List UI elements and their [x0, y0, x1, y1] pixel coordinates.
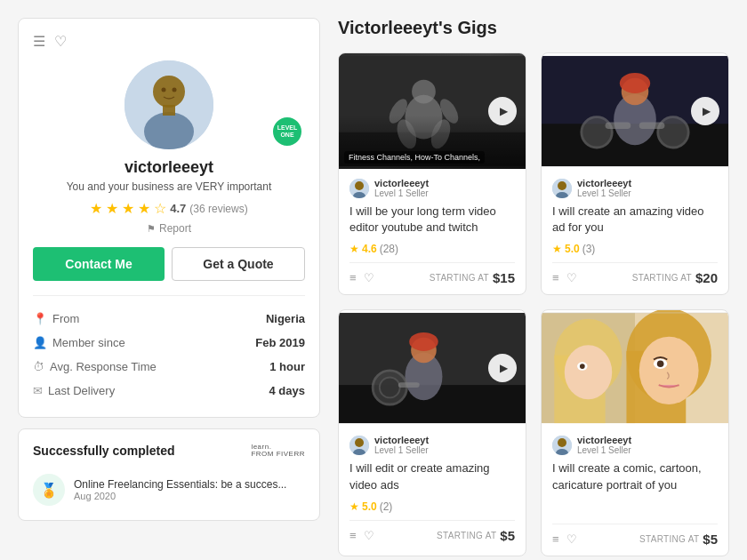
- heart-icon[interactable]: ♡: [54, 33, 67, 50]
- delivery-label: ✉ Last Delivery: [33, 384, 115, 397]
- gig-star-3: ★: [349, 500, 359, 513]
- gig-rating-count-2: (3): [582, 243, 596, 255]
- seller-info-3: victorleeeyt Level 1 Seller: [374, 435, 429, 455]
- starting-at-price-2: $20: [695, 270, 718, 285]
- profile-username: victorleeeyt: [33, 158, 305, 177]
- wishlist-icon-1[interactable]: ♡: [364, 271, 374, 284]
- svg-point-45: [639, 337, 699, 404]
- gig-body-2: victorleeeyt Level 1 Seller I will creat…: [542, 169, 728, 294]
- gig-title-3: I will edit or create amazing video ads: [349, 460, 515, 492]
- menu-icon-2[interactable]: ≡: [552, 271, 559, 284]
- gig-rating-4: [552, 500, 718, 516]
- svg-point-47: [657, 361, 664, 368]
- contact-button[interactable]: Contact Me: [33, 247, 165, 281]
- gig-thumbnail-4: [542, 310, 728, 426]
- profile-tagline: You and your business are VERY important: [33, 180, 305, 193]
- gig-footer-2: ≡ ♡ STARTING AT $20: [552, 262, 718, 285]
- gig-rating-count-1: (28): [380, 243, 398, 255]
- svg-point-2: [144, 112, 194, 149]
- info-row-response: ⏱ Avg. Response Time 1 hour: [33, 355, 305, 379]
- info-row-member: 👤 Member since Feb 2019: [33, 331, 305, 355]
- reviews-count: (36 reviews): [189, 203, 247, 215]
- stars-row: ★ ★ ★ ★ ☆ 4.7 (36 reviews): [33, 200, 305, 217]
- gig-body-3: victorleeeyt Level 1 Seller I will edit …: [339, 426, 526, 551]
- gigs-grid: Fitness Channels, How-To Channels, ▶: [338, 52, 729, 556]
- action-buttons: Contact Me Get a Quote: [33, 247, 305, 281]
- starting-at-price-4: $5: [703, 532, 718, 547]
- gig-rating-2: ★ 5.0 (3): [552, 243, 718, 255]
- hamburger-icon[interactable]: ☰: [33, 33, 45, 50]
- from-value: Nigeria: [266, 312, 305, 325]
- gig-card-2[interactable]: ▶ victorleeeyt Level 1 Seller: [541, 52, 729, 295]
- response-value: 1 hour: [269, 360, 305, 373]
- seller-avatar-svg-2: [552, 179, 572, 198]
- gig-title-1: I will be your long term video editor yo…: [349, 204, 515, 236]
- profile-card: ☰ ♡ LE: [18, 18, 320, 418]
- seller-info-4: victorleeeyt Level 1 Seller: [577, 435, 631, 455]
- seller-avatar-4: [552, 436, 572, 455]
- play-button-1[interactable]: ▶: [488, 97, 517, 125]
- seller-avatar-svg-3: [349, 436, 369, 455]
- gig-rating-val-3: 5.0: [362, 500, 377, 513]
- gig-thumb-bg-3: ▶: [339, 310, 526, 426]
- starting-at-price-1: $15: [493, 270, 515, 285]
- play-button-3[interactable]: ▶: [488, 354, 517, 382]
- gig-card-3[interactable]: ▶ victorleeeyt Level 1 Seller: [338, 309, 526, 556]
- seller-row-3: victorleeeyt Level 1 Seller: [349, 435, 515, 455]
- gig-thumbnail-3: ▶: [339, 310, 526, 426]
- seller-avatar-svg-4: [552, 436, 572, 455]
- seller-avatar-svg-1: [349, 179, 369, 198]
- starting-at-1: STARTING AT $15: [430, 270, 515, 285]
- play-icon-1: ▶: [500, 105, 508, 117]
- svg-rect-26: [639, 122, 665, 129]
- menu-icon-3[interactable]: ≡: [349, 529, 357, 542]
- gig-actions-2: ≡ ♡: [552, 271, 577, 284]
- seller-avatar-1: [349, 179, 369, 198]
- gig-title-2: I will create an amazing video ad for yo…: [552, 204, 718, 236]
- report-label[interactable]: Report: [159, 222, 191, 235]
- location-icon: 📍: [33, 312, 47, 325]
- wishlist-icon-3[interactable]: ♡: [364, 529, 374, 542]
- seller-level-4: Level 1 Seller: [577, 445, 631, 455]
- seller-row-2: victorleeeyt Level 1 Seller: [552, 178, 718, 198]
- gig-rating-3: ★ 5.0 (2): [349, 500, 515, 513]
- response-label: ⏱ Avg. Response Time: [33, 360, 157, 373]
- wishlist-icon-4[interactable]: ♡: [566, 532, 577, 546]
- gig-thumbnail-2: ▶: [542, 53, 728, 169]
- svg-rect-37: [398, 383, 420, 388]
- star-2: ★: [106, 200, 118, 217]
- svg-point-22: [620, 73, 650, 93]
- svg-point-23: [582, 117, 612, 148]
- gig-card-1[interactable]: Fitness Channels, How-To Channels, ▶: [338, 52, 526, 295]
- award-icon: 🏅: [40, 482, 58, 499]
- gig-rating-val-2: 5.0: [565, 243, 580, 255]
- quote-button[interactable]: Get a Quote: [172, 247, 305, 281]
- menu-icon-4[interactable]: ≡: [552, 532, 559, 546]
- gig-rating-count-3: (2): [380, 500, 393, 513]
- wishlist-icon-2[interactable]: ♡: [566, 271, 577, 284]
- seller-row-1: victorleeeyt Level 1 Seller: [349, 178, 515, 198]
- cert-badge: 🏅: [33, 474, 65, 506]
- play-button-2[interactable]: ▶: [691, 97, 719, 125]
- svg-rect-25: [606, 122, 631, 129]
- gig-star-2: ★: [552, 243, 562, 255]
- starting-at-3: STARTING AT $5: [437, 528, 515, 543]
- menu-icon-1[interactable]: ≡: [349, 271, 357, 284]
- seller-row-4: victorleeeyt Level 1 Seller: [552, 435, 718, 455]
- thumb-svg-4: [542, 310, 728, 426]
- delivery-value: 4 days: [269, 384, 305, 397]
- right-panel: Victorleeeyt's Gigs: [338, 18, 729, 556]
- gig-body-1: victorleeeyt Level 1 Seller I will be yo…: [339, 169, 526, 294]
- gig-thumb-bg-2: ▶: [542, 53, 728, 169]
- gig-rating-1: ★ 4.6 (28): [349, 243, 515, 255]
- svg-point-55: [558, 438, 566, 447]
- svg-point-16: [355, 181, 364, 190]
- gig-actions-3: ≡ ♡: [349, 529, 374, 542]
- member-value: Feb 2019: [255, 336, 305, 349]
- clock-icon: ⏱: [33, 360, 44, 373]
- gig-card-4[interactable]: victorleeeyt Level 1 Seller I will creat…: [541, 309, 729, 556]
- avatar-svg: [124, 60, 213, 149]
- profile-avatar-wrap: LEVEL ONE: [33, 60, 305, 149]
- gig-title-4: I will create a comic, cartoon, caricatu…: [552, 460, 718, 492]
- play-icon-3: ▶: [500, 362, 508, 374]
